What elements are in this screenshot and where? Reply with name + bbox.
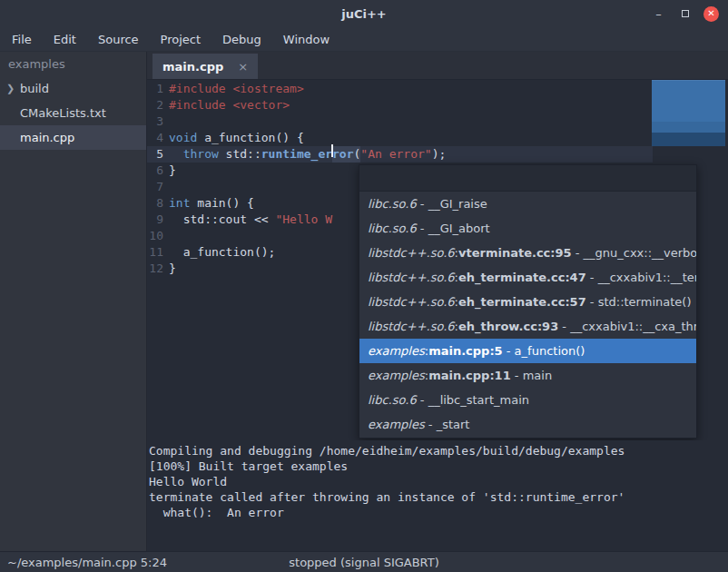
module-name: libstdc++.so.6	[368, 295, 455, 309]
titlebar: juCi++ – ✕	[0, 0, 728, 27]
text-cursor	[331, 144, 333, 157]
sidebar-item-build[interactable]: ❯build	[0, 76, 146, 101]
code-line-2[interactable]: 2#include <vector>	[147, 97, 728, 113]
line-number: 5	[147, 146, 163, 163]
tooltip-overlay-top	[652, 80, 725, 133]
tooltip-overlay	[652, 80, 725, 146]
menu-item-file[interactable]: File	[1, 27, 43, 52]
backtrace-item[interactable]: libc.so.6 - __GI_raise	[359, 192, 696, 216]
file-list: ❯buildCMakeLists.txtmain.cpp	[0, 76, 146, 150]
close-icon: ✕	[707, 9, 714, 18]
line-number: 8	[147, 195, 163, 212]
code-line-4[interactable]: 4void a_function() {	[147, 130, 728, 146]
frame-function: - main	[511, 369, 552, 382]
frame-function: - __libc_start_main	[417, 393, 529, 407]
backtrace-item[interactable]: libc.so.6 - __libc_start_main	[359, 388, 696, 412]
menu-item-edit[interactable]: Edit	[43, 27, 87, 52]
statusbar: ~/examples/main.cpp 5:24 stopped (signal…	[0, 551, 728, 572]
line-number: 7	[147, 179, 163, 195]
line-number: 4	[147, 130, 163, 146]
frame-function: - _start	[425, 418, 470, 431]
sidebar-item-cmakelists-txt[interactable]: CMakeLists.txt	[0, 101, 146, 125]
file-explorer: examples ❯buildCMakeLists.txtmain.cpp	[0, 52, 147, 551]
file-label: CMakeLists.txt	[20, 101, 106, 125]
backtrace-popup: libc.so.6 - __GI_raiselibc.so.6 - __GI_a…	[359, 164, 697, 439]
backtrace-list: libc.so.6 - __GI_raiselibc.so.6 - __GI_a…	[359, 192, 696, 437]
terminal-line: what(): An error	[149, 505, 728, 520]
frame-function: - std::terminate()	[586, 295, 692, 309]
code-line-1[interactable]: 1#include <iostream>	[147, 81, 728, 97]
line-number: 12	[147, 261, 163, 277]
chevron-right-icon: ❯	[6, 76, 15, 101]
file-line: eh_terminate.cc:57	[458, 295, 586, 309]
line-number: 6	[147, 163, 163, 179]
restore-button[interactable]	[677, 6, 693, 22]
main-area: examples ❯buildCMakeLists.txtmain.cpp ma…	[0, 52, 728, 551]
tab-main-cpp[interactable]: main.cpp ×	[152, 54, 258, 79]
tabbar: main.cpp ×	[147, 52, 728, 80]
module-name: libc.so.6	[368, 393, 417, 407]
menu-item-source[interactable]: Source	[87, 27, 150, 52]
close-button[interactable]: ✕	[703, 6, 719, 22]
backtrace-item[interactable]: libstdc++.so.6:eh_throw.cc:93 - __cxxabi…	[359, 314, 696, 339]
minimize-button[interactable]: –	[651, 6, 666, 22]
menubar: FileEditSourceProjectDebugWindow	[0, 27, 728, 52]
frame-function: - __GI_abort	[417, 222, 490, 235]
line-number: 2	[147, 97, 163, 113]
window-title: juCi++	[341, 7, 387, 21]
backtrace-item[interactable]: libstdc++.so.6:eh_terminate.cc:47 - __cx…	[359, 265, 696, 290]
frame-function: - a_function()	[503, 344, 585, 358]
module-name: libc.so.6	[368, 197, 417, 211]
frame-function: - __cxxabiv1::__cxa_thro	[558, 320, 696, 333]
backtrace-item[interactable]: libstdc++.so.6:vterminate.cc:95 - __gnu_…	[359, 241, 696, 265]
editor-column: main.cpp × 1#include <iostream>2#include…	[147, 52, 728, 551]
tooltip-overlay-bottom	[652, 133, 725, 146]
popup-search-entry[interactable]	[359, 165, 696, 192]
backtrace-item[interactable]: libc.so.6 - __GI_abort	[359, 216, 696, 241]
frame-function: - __gnu_cxx::__verbos	[572, 246, 696, 260]
file-line: vterminate.cc:95	[458, 246, 572, 260]
line-number: 10	[147, 228, 163, 244]
file-label: main.cpp	[20, 125, 74, 150]
line-number: 3	[147, 113, 163, 130]
terminal-output[interactable]: Compiling and debugging /home/eidheim/ex…	[147, 440, 728, 551]
backtrace-item[interactable]: examples - _start	[359, 412, 696, 437]
restore-icon	[682, 10, 689, 17]
file-line: main.cpp:5	[428, 344, 503, 358]
project-folder-header: examples	[0, 52, 146, 76]
sidebar-item-main-cpp[interactable]: main.cpp	[0, 125, 146, 150]
menu-item-window[interactable]: Window	[272, 27, 340, 52]
terminal-line: [100%] Built target examples	[149, 459, 728, 474]
file-line: main.cpp:11	[428, 369, 511, 382]
module-name: libc.so.6	[368, 222, 417, 235]
file-line: eh_throw.cc:93	[458, 320, 558, 333]
backtrace-item[interactable]: libstdc++.so.6:eh_terminate.cc:57 - std:…	[359, 290, 696, 314]
frame-function: - __cxxabiv1::__tern	[586, 271, 696, 284]
window-controls: – ✕	[651, 0, 719, 27]
terminal-line: Compiling and debugging /home/eidheim/ex…	[149, 443, 728, 459]
module-name: examples	[368, 418, 425, 431]
menu-item-project[interactable]: Project	[150, 27, 212, 52]
module-name: libstdc++.so.6	[368, 271, 455, 284]
line-number: 1	[147, 81, 163, 97]
backtrace-item[interactable]: examples:main.cpp:11 - main	[359, 363, 696, 388]
backtrace-item[interactable]: examples:main.cpp:5 - a_function()	[359, 339, 696, 363]
line-number: 11	[147, 244, 163, 261]
line-number: 9	[147, 212, 163, 228]
editor[interactable]: 1#include <iostream>2#include <vector>34…	[147, 80, 728, 440]
module-name: examples	[368, 369, 425, 382]
code-line-5[interactable]: 5 throw std::runtime_error("An error");	[147, 146, 728, 163]
module-name: libstdc++.so.6	[368, 320, 455, 333]
terminal-line: Hello World	[149, 474, 728, 489]
file-label: build	[20, 76, 49, 101]
app-window: juCi++ – ✕ FileEditSourceProjectDebugWin…	[0, 0, 728, 572]
statusbar-file-position: ~/examples/main.cpp 5:24	[7, 556, 167, 569]
terminal-line: terminate called after throwing an insta…	[149, 489, 728, 505]
code-line-3[interactable]: 3	[147, 113, 728, 130]
frame-function: - __GI_raise	[417, 197, 487, 211]
tab-close-icon[interactable]: ×	[238, 60, 248, 74]
menu-item-debug[interactable]: Debug	[212, 27, 272, 52]
tab-label: main.cpp	[162, 60, 223, 74]
module-name: examples	[368, 344, 425, 358]
module-name: libstdc++.so.6	[368, 246, 455, 260]
